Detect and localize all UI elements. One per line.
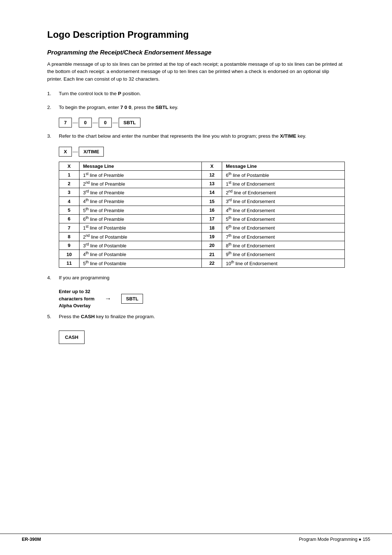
table-row: 10 4th line of Postamble 21 9th line of …	[59, 250, 345, 259]
col-x-5: 5	[59, 206, 79, 214]
step-2: 2. To begin the program, enter 7 0 0, pr…	[47, 104, 345, 111]
col-x-13: 13	[202, 179, 222, 188]
col-msg-20: 8th line of Endorsement	[222, 241, 345, 250]
step-1-num: 1.	[47, 90, 59, 97]
step-1-p: P	[118, 91, 121, 96]
key-x: X	[59, 147, 72, 157]
col-msg-15: 3rd line of Endorsement	[222, 197, 345, 206]
table-row: 4 4th line of Preamble 15 3rd line of En…	[59, 197, 345, 206]
step-3: 3. Refer to the chart below and enter th…	[47, 133, 345, 140]
col-msg-16: 4th line of Endorsement	[222, 206, 345, 214]
col-x-22: 22	[202, 259, 222, 267]
col-msg-8: 2nd line of Postamble	[79, 232, 202, 241]
col-x-21: 21	[202, 250, 222, 259]
col-msg-18: 6th line of Endorsement	[222, 223, 345, 232]
alpha-text: Enter up to 32 characters form Alpha Ove…	[59, 288, 94, 309]
key-group-xtime: X — X/TIME	[59, 147, 345, 157]
step-5: 5. Press the CASH key to finalize the pr…	[47, 313, 345, 320]
key-0b: 0	[99, 118, 112, 127]
col-x-6: 6	[59, 215, 79, 223]
step-5-num: 5.	[47, 313, 59, 320]
key-sbtl: SBTL	[119, 118, 140, 127]
dash-x: —	[73, 149, 78, 155]
step-4: 4. If you are programming	[47, 274, 345, 281]
dash-1: —	[73, 119, 78, 126]
footer-right: Program Mode Programming ● 155	[299, 537, 370, 542]
key-sbtl-alpha: SBTL	[121, 294, 143, 304]
step-3-xtime: X/TIME	[280, 133, 296, 139]
col-x-4: 4	[59, 197, 79, 206]
col-msg-7: 1st line of Postamble	[79, 223, 202, 232]
step-2-num: 2.	[47, 104, 59, 111]
col-msg-3: 3rd line of Preamble	[79, 188, 202, 197]
table-row: 5 5th line of Preamble 16 4th line of En…	[59, 206, 345, 214]
col-x-12: 12	[202, 170, 222, 179]
step-3-num: 3.	[47, 133, 59, 140]
table-row: 1 1st line of Preamble 12 6th line of Po…	[59, 170, 345, 179]
col-x-9: 9	[59, 241, 79, 250]
dash-3: —	[113, 119, 118, 126]
col-msg-2: 2nd line of Preamble	[79, 179, 202, 188]
col-msg-22: 10th line of Endorsement	[222, 259, 345, 267]
col-x-2: 2	[59, 179, 79, 188]
col-x-15: 15	[202, 197, 222, 206]
col-x-1: 1	[59, 170, 79, 179]
table-row: 9 3rd line of Postamble 20 8th line of E…	[59, 241, 345, 250]
alpha-overlay-group: Enter up to 32 characters form Alpha Ove…	[59, 288, 345, 309]
alpha-arrow: →	[105, 295, 111, 303]
footer: ER-390M Program Mode Programming ● 155	[0, 534, 392, 542]
key-7: 7	[59, 118, 72, 127]
col-msg-4: 4th line of Preamble	[79, 197, 202, 206]
footer-page: 155	[363, 537, 370, 542]
col-msg-6: 6th line of Preamble	[79, 215, 202, 223]
table-header-x2: X	[202, 162, 222, 170]
col-x-8: 8	[59, 232, 79, 241]
table-header-msg1: Message Line	[79, 162, 202, 170]
table-row: 7 1st line of Postamble 18 6th line of E…	[59, 223, 345, 232]
col-msg-12: 6th line of Postamble	[222, 170, 345, 179]
cash-key-group: CASH	[47, 327, 345, 348]
col-x-17: 17	[202, 215, 222, 223]
footer-left: ER-390M	[22, 537, 41, 542]
section-title: Programming the Receipt/Check Endorsemen…	[47, 49, 345, 56]
table-row: 11 5th line of Postamble 22 10th line of…	[59, 259, 345, 267]
step-2-text: To begin the program, enter 7 0 0, press…	[59, 104, 345, 111]
col-msg-21: 9th line of Endorsement	[222, 250, 345, 259]
alpha-line1: Enter up to 32	[59, 288, 94, 295]
col-msg-17: 5th line of Endorsement	[222, 215, 345, 223]
table-row: 8 2nd line of Postamble 19 7th line of E…	[59, 232, 345, 241]
col-msg-19: 7th line of Endorsement	[222, 232, 345, 241]
table-row: 2 2nd line of Preamble 13 1st line of En…	[59, 179, 345, 188]
alpha-line2: characters form	[59, 295, 94, 303]
steps-list: 1. Turn the control lock to the P positi…	[47, 90, 345, 348]
step-5-text: Press the CASH key to finalize the progr…	[59, 313, 345, 320]
step-5-cash: CASH	[81, 314, 95, 319]
message-table: X Message Line X Message Line 1 1st line…	[59, 162, 345, 268]
footer-right-label: Program Mode Programming	[299, 537, 357, 542]
col-x-18: 18	[202, 223, 222, 232]
col-x-16: 16	[202, 206, 222, 214]
col-x-7: 7	[59, 223, 79, 232]
col-x-20: 20	[202, 241, 222, 250]
step-4-num: 4.	[47, 274, 59, 281]
alpha-line3: Alpha Overlay	[59, 302, 94, 309]
step-1: 1. Turn the control lock to the P positi…	[47, 90, 345, 97]
col-msg-5: 5th line of Preamble	[79, 206, 202, 214]
col-x-10: 10	[59, 250, 79, 259]
key-0a: 0	[79, 118, 92, 127]
page-title: Logo Description Programming	[47, 29, 345, 40]
col-x-19: 19	[202, 232, 222, 241]
col-msg-10: 4th line of Postamble	[79, 250, 202, 259]
col-x-3: 3	[59, 188, 79, 197]
col-msg-11: 5th line of Postamble	[79, 259, 202, 267]
table-header-msg2: Message Line	[222, 162, 345, 170]
table-row: 3 3rd line of Preamble 14 2nd line of En…	[59, 188, 345, 197]
col-msg-9: 3rd line of Postamble	[79, 241, 202, 250]
step-2-sbtl: SBTL	[155, 105, 168, 110]
step-1-text: Turn the control lock to the P position.	[59, 90, 345, 97]
table-row: 6 6th line of Preamble 17 5th line of En…	[59, 215, 345, 223]
col-msg-14: 2nd line of Endorsement	[222, 188, 345, 197]
step-3-text: Refer to the chart below and enter the n…	[59, 133, 345, 140]
intro-text: A preamble message of up to six lines ca…	[47, 61, 345, 83]
col-msg-13: 1st line of Endorsement	[222, 179, 345, 188]
